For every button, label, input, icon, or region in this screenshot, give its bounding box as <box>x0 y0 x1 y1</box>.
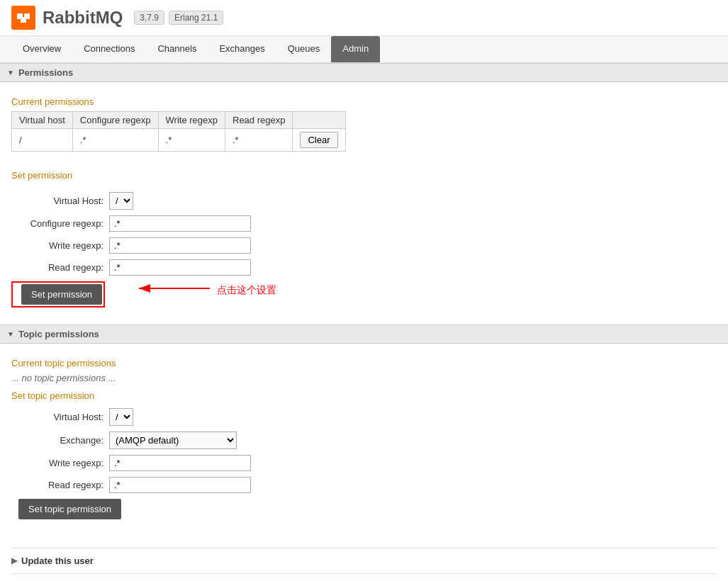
topic-form-row-submit: Set topic permission <box>11 499 717 519</box>
rabbitmq-logo-svg <box>13 8 33 28</box>
form-row-submit: Set permission 点击这个设置 <box>11 281 717 308</box>
table-row: / .* .* .* Clear <box>12 129 346 152</box>
topic-permissions-section-header[interactable]: ▼ Topic permissions <box>0 325 728 344</box>
current-permissions-area: Current permissions Virtual host Configu… <box>11 82 717 163</box>
th-read: Read regexp <box>225 112 293 129</box>
no-topic-perms: ... no topic permissions ... <box>11 373 717 383</box>
topic-read-label: Read regexp: <box>11 480 103 490</box>
version-badge: 3.7.9 <box>134 11 164 25</box>
cell-write: .* <box>158 129 225 152</box>
set-permission-red-box: Set permission <box>11 281 105 308</box>
th-actions <box>293 112 345 129</box>
nav-overview[interactable]: Overview <box>11 36 72 62</box>
set-permission-button[interactable]: Set permission <box>21 284 102 305</box>
form-row-read: Read regexp: <box>11 259 717 276</box>
write-input[interactable] <box>109 237 251 254</box>
nav-channels[interactable]: Channels <box>146 36 208 62</box>
clear-button[interactable]: Clear <box>300 132 337 148</box>
vhost-label: Virtual Host: <box>11 196 103 206</box>
form-row-configure: Configure regexp: <box>11 215 717 232</box>
nav-exchanges[interactable]: Exchanges <box>208 36 276 62</box>
topic-vhost-label: Virtual Host: <box>11 412 103 422</box>
current-topic-permissions-label: Current topic permissions <box>11 358 717 368</box>
main-content: ▼ Permissions Current permissions Virtua… <box>0 63 728 581</box>
topic-form-row-exchange: Exchange: (AMQP default) <box>11 431 717 449</box>
set-topic-permission-form: Virtual Host: / Exchange: (AMQP default)… <box>11 405 717 536</box>
svg-rect-3 <box>21 17 26 23</box>
topic-permissions-section-title: Topic permissions <box>18 329 99 339</box>
current-topic-permissions-area: Current topic permissions ... no topic p… <box>11 344 717 548</box>
read-label: Read regexp: <box>11 262 103 273</box>
app-header: RabbitMQ 3.7.9 Erlang 21.1 <box>0 0 728 36</box>
configure-label: Configure regexp: <box>11 218 103 229</box>
set-permission-area: Set permission Virtual Host: / Configure… <box>11 170 717 325</box>
delete-user-header[interactable]: ▶ Delete this user <box>11 578 717 581</box>
nav-connections[interactable]: Connections <box>72 36 146 62</box>
update-user-label: Update this user <box>21 555 94 566</box>
form-row-write: Write regexp: <box>11 237 717 254</box>
topic-form-row-read: Read regexp: <box>11 477 717 493</box>
topic-permissions-collapse-arrow: ▼ <box>7 330 14 338</box>
main-nav: Overview Connections Channels Exchanges … <box>0 36 728 63</box>
permissions-collapse-arrow: ▼ <box>7 69 14 77</box>
vhost-select[interactable]: / <box>109 192 133 210</box>
erlang-badge: Erlang 21.1 <box>169 11 223 25</box>
topic-exchange-label: Exchange: <box>11 435 103 446</box>
delete-user-section: ▶ Delete this user <box>11 573 717 581</box>
topic-read-input[interactable] <box>109 477 251 493</box>
logo: RabbitMQ <box>11 6 123 30</box>
topic-write-input[interactable] <box>109 455 251 471</box>
permissions-table: Virtual host Configure regexp Write rege… <box>11 111 346 152</box>
set-topic-permission-label: Set topic permission <box>11 390 717 401</box>
cell-vhost: / <box>12 129 73 152</box>
th-write: Write regexp <box>158 112 225 129</box>
topic-write-label: Write regexp: <box>11 458 103 468</box>
topic-exchange-select[interactable]: (AMQP default) <box>109 431 237 449</box>
update-user-header[interactable]: ▶ Update this user <box>11 553 717 569</box>
permissions-section-title: Permissions <box>18 67 73 78</box>
set-permission-label: Set permission <box>11 170 717 181</box>
set-permission-form: Virtual Host: / Configure regexp: Write … <box>11 185 717 325</box>
cell-clear: Clear <box>293 129 345 152</box>
nav-queues[interactable]: Queues <box>276 36 332 62</box>
logo-icon <box>11 6 35 30</box>
permissions-section-header[interactable]: ▼ Permissions <box>0 63 728 82</box>
set-topic-permission-button[interactable]: Set topic permission <box>18 499 121 519</box>
topic-form-row-vhost: Virtual Host: / <box>11 408 717 426</box>
cell-configure: .* <box>72 129 158 152</box>
update-user-triangle: ▶ <box>11 556 17 565</box>
nav-admin[interactable]: Admin <box>331 36 380 62</box>
logo-text: RabbitMQ <box>43 8 123 28</box>
annotation-text: 点击这个设置 <box>217 284 276 297</box>
current-permissions-label: Current permissions <box>11 96 717 107</box>
th-configure: Configure regexp <box>72 112 158 129</box>
topic-vhost-select[interactable]: / <box>109 408 133 426</box>
th-vhost: Virtual host <box>12 112 73 129</box>
update-user-section: ▶ Update this user <box>11 548 717 573</box>
cell-read: .* <box>225 129 293 152</box>
configure-input[interactable] <box>109 215 251 232</box>
topic-form-row-write: Write regexp: <box>11 455 717 471</box>
write-label: Write regexp: <box>11 240 103 251</box>
annotation-arrow-svg <box>125 274 224 303</box>
read-input[interactable] <box>109 259 251 276</box>
form-row-vhost: Virtual Host: / <box>11 192 717 210</box>
